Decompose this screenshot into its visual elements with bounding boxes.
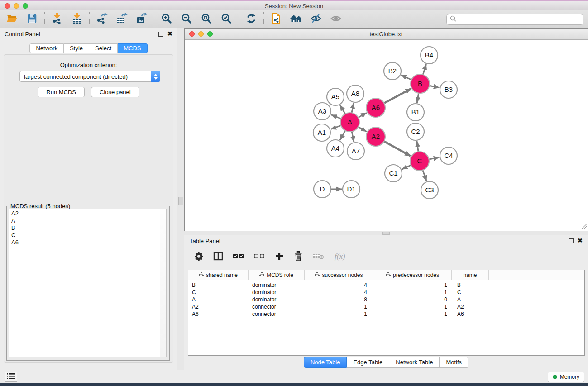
table-cell: 1 [373, 282, 452, 288]
column-header-successor-nodes[interactable]: successor nodes [305, 270, 373, 280]
close-panel-icon[interactable]: ✖ [167, 32, 172, 36]
table-panel: Table Panel ✖ f(x) s [184, 235, 588, 370]
delete-table-button[interactable] [313, 252, 325, 262]
export-image-button[interactable] [135, 13, 148, 26]
network-node[interactable]: A8 [347, 85, 364, 102]
mcds-result-item[interactable]: B [9, 224, 166, 232]
select-all-columns-button[interactable] [233, 253, 244, 261]
network-node[interactable]: C3 [421, 181, 438, 199]
column-header-predecessor-nodes[interactable]: predecessor nodes [373, 270, 452, 280]
network-node[interactable]: A4 [327, 140, 344, 157]
import-table-icon [71, 13, 83, 26]
tab-network-table[interactable]: Network Table [389, 357, 440, 368]
table-row[interactable]: Cdominator41C [188, 289, 584, 296]
result-scrollbar[interactable] [160, 209, 166, 357]
column-header-name[interactable]: name [452, 270, 489, 280]
zoom-out-button[interactable] [180, 13, 193, 26]
criterion-dropdown[interactable]: largest connected component (directed) [19, 71, 160, 82]
table-cell: B [452, 282, 489, 288]
divider-handle-icon[interactable] [382, 232, 390, 235]
zoom-fit-button[interactable] [200, 13, 213, 26]
tab-node-table[interactable]: Node Table [304, 357, 347, 368]
network-node[interactable]: A2 [366, 127, 385, 146]
mcds-result-item[interactable]: C [9, 232, 166, 239]
tab-select[interactable]: Select [89, 43, 118, 53]
zoom-in-button[interactable] [160, 13, 173, 26]
table-row[interactable]: Bdominator41B [188, 281, 584, 289]
tab-style[interactable]: Style [64, 43, 89, 53]
deselect-all-columns-button[interactable] [254, 253, 265, 261]
show-columns-button[interactable] [213, 252, 223, 262]
resize-grip-icon[interactable] [581, 222, 587, 230]
run-mcds-button[interactable]: Run MCDS [38, 87, 85, 97]
tab-network[interactable]: Network [29, 43, 64, 53]
network-node[interactable]: D1 [343, 181, 360, 198]
export-network-button[interactable] [96, 13, 108, 26]
hide-selected-button[interactable] [310, 13, 322, 26]
export-table-button[interactable] [115, 13, 128, 26]
node-table[interactable]: shared nameMCDS rolesuccessor nodesprede… [188, 270, 585, 356]
app-titlebar[interactable]: Session: New Session [0, 1, 588, 11]
zoom-selected-button[interactable] [220, 13, 233, 26]
zoom-out-icon [181, 13, 192, 26]
close-panel-icon[interactable]: ✖ [578, 238, 583, 243]
network-node[interactable]: B1 [407, 104, 424, 121]
panel-divider-vertical[interactable] [177, 28, 184, 370]
float-panel-icon[interactable] [158, 32, 163, 37]
network-window-titlebar[interactable]: testGlobe.txt [185, 29, 588, 40]
network-node[interactable]: D [314, 181, 331, 198]
network-node[interactable]: B2 [384, 62, 401, 80]
table-row[interactable]: A2connector11A2 [188, 303, 584, 310]
save-session-button[interactable] [26, 13, 38, 26]
open-folder-icon [6, 13, 18, 26]
network-node[interactable]: A3 [314, 103, 331, 120]
home-button[interactable] [290, 13, 302, 26]
network-node[interactable]: A1 [313, 124, 330, 141]
table-row[interactable]: A6connector11A6 [188, 310, 584, 318]
network-node[interactable]: C [410, 152, 429, 171]
mcds-result-list[interactable]: A2ABCA6 [9, 209, 167, 357]
dropdown-stepper-icon[interactable] [151, 71, 160, 82]
column-header-shared-name[interactable]: shared name [188, 270, 249, 280]
panel-divider-horizontal[interactable] [184, 231, 588, 235]
network-node[interactable]: B [411, 74, 430, 93]
search-input[interactable] [459, 15, 583, 24]
export-table-icon [116, 13, 128, 26]
mcds-result-item[interactable]: A [9, 217, 166, 224]
import-network-button[interactable] [51, 13, 63, 26]
import-table-button[interactable] [71, 13, 83, 26]
apply-layout-button[interactable] [245, 13, 258, 26]
table-cell: 1 [373, 289, 452, 295]
network-node[interactable]: B3 [440, 81, 457, 98]
network-node[interactable]: C1 [385, 165, 402, 182]
search-box[interactable] [446, 14, 583, 25]
network-node[interactable]: A7 [347, 143, 364, 160]
tab-edge-table[interactable]: Edge Table [347, 357, 389, 368]
create-column-button[interactable] [275, 252, 284, 262]
memory-button[interactable]: Memory [548, 372, 584, 382]
open-session-button[interactable] [6, 13, 19, 26]
network-node[interactable]: B4 [421, 47, 438, 64]
show-all-button[interactable] [330, 13, 342, 26]
network-node[interactable]: C4 [440, 147, 457, 164]
table-row[interactable]: Adominator80A [188, 296, 584, 303]
mcds-result-group: MCDS result (5 nodes) A2ABCA6 [6, 206, 170, 361]
tab-mcds[interactable]: MCDS [118, 43, 147, 53]
mcds-result-item[interactable]: A6 [9, 239, 166, 246]
network-node[interactable]: A6 [366, 98, 385, 117]
network-node[interactable]: A [340, 113, 359, 132]
tab-motifs[interactable]: Motifs [440, 357, 468, 368]
mcds-result-item[interactable]: A2 [9, 210, 166, 217]
network-canvas[interactable]: AA1A2A3A4A5A6A7A8BB1B2B3B4CC1C2C3C4DD1 [185, 40, 588, 231]
network-node[interactable]: C2 [407, 123, 424, 140]
column-header-MCDS-role[interactable]: MCDS role [249, 270, 305, 280]
function-builder-button[interactable]: f(x) [335, 252, 345, 261]
show-panels-button[interactable] [5, 372, 17, 382]
network-node[interactable]: A5 [327, 88, 344, 105]
close-panel-button[interactable]: Close panel [91, 87, 139, 97]
table-settings-button[interactable] [194, 252, 203, 262]
duplicate-network-button[interactable] [270, 13, 282, 26]
delete-columns-button[interactable] [294, 251, 303, 262]
float-panel-icon[interactable] [569, 238, 574, 243]
divider-handle-icon[interactable] [178, 197, 183, 205]
